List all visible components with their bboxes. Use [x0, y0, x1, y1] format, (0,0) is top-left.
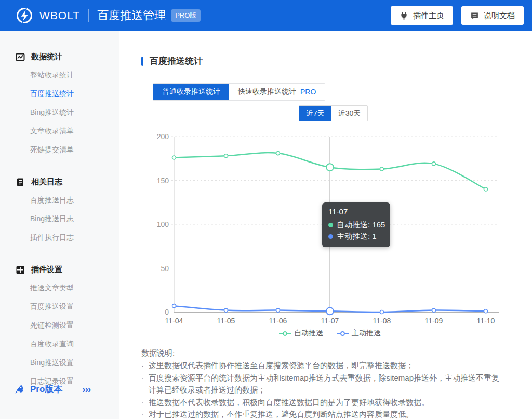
legend-label: 自动推送	[294, 329, 323, 338]
svg-text:200: 200	[157, 132, 169, 141]
svg-text:50: 50	[161, 264, 169, 273]
sidebar-item-deadlink-check-settings[interactable]: 死链检测设置	[30, 316, 119, 335]
tab-label: 普通收录推送统计	[162, 87, 220, 97]
sidebar-item-bing-push-settings[interactable]: Bing推送设置	[30, 354, 119, 372]
sidebar-item-baidu-push-log[interactable]: 百度推送日志	[30, 191, 119, 210]
svg-text:100: 100	[157, 220, 169, 228]
tab-normal-index-push[interactable]: 普通收录推送统计	[153, 84, 229, 100]
tooltip-row-text: 自动推送: 165	[337, 219, 385, 231]
tab-fast-index-push[interactable]: 快速收录推送统计 PRO	[229, 84, 325, 100]
tab-pro-tag: PRO	[300, 88, 316, 96]
pro-link-label: Pro版本	[30, 383, 62, 395]
sidebar-item-baidu-push-settings[interactable]: 百度推送设置	[30, 298, 119, 316]
brand-name: WBOLT	[39, 9, 80, 22]
tooltip-row-manual: 主动推送: 1	[328, 231, 384, 242]
sidebar-section-settings-header: 插件设置	[30, 265, 119, 275]
docs-button[interactable]: 说明文档	[461, 6, 524, 25]
legend-line-circle-icon	[279, 331, 291, 336]
chart-legend: 自动推送 主动推送	[158, 329, 501, 338]
note-item: 推送数据不代表收录数据，积极向百度推送数据目的是为了更好地获得收录数据。	[141, 396, 505, 409]
triple-chevron-icon: ›››	[82, 384, 90, 395]
tooltip-row-text: 主动推送: 1	[337, 231, 377, 242]
sidebar-section-settings: 插件设置 推送文章类型 百度推送设置 死链检测设置 百度收录查询 Bing推送设…	[30, 265, 119, 391]
blue-dot-icon	[328, 234, 333, 239]
svg-text:11-09: 11-09	[425, 317, 443, 325]
svg-text:11-08: 11-08	[373, 317, 391, 325]
app-title: 百度推送管理	[97, 8, 166, 23]
svg-text:11-05: 11-05	[217, 317, 235, 325]
legend-item-manual-push[interactable]: 主动推送	[337, 329, 381, 338]
pro-version-badge: PRO版	[171, 9, 201, 22]
log-icon	[16, 178, 25, 187]
sidebar-item-site-index-stats[interactable]: 整站收录统计	[30, 66, 119, 85]
sidebar-item-baidu-index-query[interactable]: 百度收录查询	[30, 335, 119, 354]
push-stats-chart: 05010015020011-0411-0511-0611-0711-0811-…	[148, 130, 507, 348]
docs-label: 说明文档	[484, 11, 515, 21]
sidebar-item-article-index-list[interactable]: 文章收录清单	[30, 122, 119, 141]
svg-text:11-04: 11-04	[165, 317, 183, 325]
svg-text:11-07: 11-07	[321, 317, 339, 325]
svg-text:150: 150	[157, 177, 169, 185]
tooltip-row-auto: 自动推送: 165	[328, 219, 384, 231]
sidebar-item-push-post-types[interactable]: 推送文章类型	[30, 279, 119, 298]
main-panel: 百度推送统计 普通收录推送统计 快速收录推送统计 PRO 近7天 近30天 05…	[119, 31, 532, 419]
green-dot-icon	[328, 223, 333, 227]
legend-line-circle-icon	[337, 331, 349, 336]
sidebar-item-plugin-exec-log[interactable]: 插件执行日志	[30, 228, 119, 247]
range-30days-button[interactable]: 近30天	[331, 106, 368, 121]
sidebar-section-statistics-header: 数据统计	[30, 52, 119, 62]
date-range-toggle: 近7天 近30天	[299, 105, 368, 121]
plug-icon	[400, 11, 408, 20]
document-icon	[470, 11, 479, 20]
section-title: 插件设置	[31, 265, 62, 275]
note-item: 这里数据仅代表插件协作推送至百度搜索资源平台的数据，即完整推送数据；	[141, 359, 505, 372]
title-accent-bar	[141, 57, 143, 66]
sidebar-section-logs-header: 相关日志	[30, 177, 119, 187]
notes-title: 数据说明:	[141, 347, 505, 359]
svg-text:11-10: 11-10	[477, 317, 495, 325]
wbolt-logo-icon	[16, 7, 33, 24]
chart-icon	[16, 52, 25, 62]
top-actions: 插件主页 说明文档	[391, 6, 532, 25]
data-notes: 数据说明: 这里数据仅代表插件协作推送至百度搜索资源平台的数据，即完整推送数据；…	[141, 347, 505, 419]
rocket-icon	[15, 384, 25, 395]
note-item: 对于已推送过的数据，不作重复推送，避免百度判断站点推送内容质量度低。	[141, 408, 505, 419]
range-7days-button[interactable]: 近7天	[299, 106, 331, 121]
sidebar-item-bing-push-stats[interactable]: Bing推送统计	[30, 103, 119, 122]
sidebar-section-logs: 相关日志 百度推送日志 Bing推送日志 插件执行日志	[30, 177, 119, 247]
page-title: 百度推送统计	[141, 55, 203, 67]
push-type-tabs: 普通收录推送统计 快速收录推送统计 PRO	[153, 83, 325, 101]
notes-list: 这里数据仅代表插件协作推送至百度搜索资源平台的数据，即完整推送数据； 百度搜索资…	[141, 359, 505, 419]
brand-divider	[88, 9, 89, 22]
top-bar: WBOLT 百度推送管理 PRO版 插件主页 说明文档	[0, 0, 532, 31]
chart-tooltip: 11-07 自动推送: 165 主动推送: 1	[322, 202, 390, 247]
plugin-home-label: 插件主页	[413, 11, 444, 21]
sidebar: 数据统计 整站收录统计 百度推送统计 Bing推送统计 文章收录清单 死链提交清…	[0, 31, 119, 419]
sidebar-item-baidu-push-stats[interactable]: 百度推送统计	[30, 85, 119, 103]
note-item: 百度搜索资源平台的统计数据为主动和sitemap推送方式去重数据，除sitema…	[141, 372, 505, 396]
page-title-text: 百度推送统计	[150, 55, 203, 67]
legend-item-auto-push[interactable]: 自动推送	[279, 329, 323, 338]
sidebar-item-deadlink-submit-list[interactable]: 死链提交清单	[30, 141, 119, 159]
plugin-home-button[interactable]: 插件主页	[391, 6, 453, 25]
grid-icon	[16, 265, 25, 275]
sidebar-section-statistics: 数据统计 整站收录统计 百度推送统计 Bing推送统计 文章收录清单 死链提交清…	[30, 52, 119, 159]
tooltip-date: 11-07	[328, 207, 384, 216]
pro-version-link[interactable]: Pro版本 ›››	[30, 383, 103, 395]
brand: WBOLT 百度推送管理 PRO版	[0, 7, 201, 24]
section-title: 数据统计	[31, 52, 62, 62]
svg-text:11-06: 11-06	[269, 317, 287, 325]
section-title: 相关日志	[31, 177, 62, 187]
tab-label: 快速收录推送统计	[238, 87, 296, 97]
legend-label: 主动推送	[352, 329, 381, 338]
svg-text:0: 0	[165, 308, 169, 316]
sidebar-item-bing-push-log[interactable]: Bing推送日志	[30, 210, 119, 228]
